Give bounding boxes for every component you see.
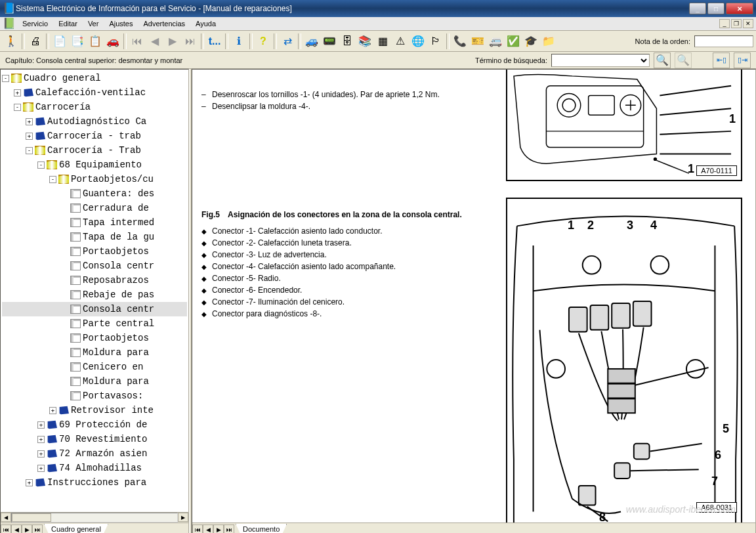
- collapse-icon[interactable]: -: [14, 104, 21, 111]
- tool-ticket-button[interactable]: 🎫: [469, 33, 486, 50]
- tree-row[interactable]: +69 Protección de: [2, 417, 187, 432]
- tree-row[interactable]: Guantera: des: [2, 186, 187, 201]
- expand-icon[interactable]: +: [37, 421, 45, 429]
- scroll-right-button[interactable]: ▶: [178, 513, 188, 522]
- indent-right-button[interactable]: ▯⇥: [734, 53, 751, 68]
- tab-next-button[interactable]: ▶: [213, 524, 224, 534]
- tool-notes-button[interactable]: 📋: [87, 33, 104, 50]
- tool-phone-button[interactable]: 📞: [452, 33, 469, 50]
- menu-editar[interactable]: Editar: [53, 18, 83, 29]
- tree-row[interactable]: -68 Equipamiento: [2, 158, 187, 172]
- maximize-button[interactable]: □: [707, 3, 724, 14]
- mdi-restore-button[interactable]: ❐: [731, 19, 742, 28]
- tree-row[interactable]: +72 Armazón asien: [2, 446, 187, 461]
- tab-cuadro-general[interactable]: Cuadro general: [44, 524, 108, 533]
- tool-info-button[interactable]: ℹ: [230, 33, 247, 50]
- tree-hscrollbar[interactable]: ◀ ▶: [1, 512, 188, 522]
- tab-next-button[interactable]: ▶: [22, 524, 32, 534]
- tool-sync-button[interactable]: ⇄: [279, 33, 296, 50]
- tree-row[interactable]: Cenicero en: [2, 360, 187, 374]
- tree-row[interactable]: +Retrovisor inte: [2, 403, 187, 417]
- tree-row[interactable]: Moldura para: [2, 374, 187, 389]
- collapse-icon[interactable]: -: [26, 147, 33, 154]
- search-term-select[interactable]: [551, 54, 650, 67]
- tree-row[interactable]: Consola centr: [2, 302, 187, 316]
- expand-icon[interactable]: +: [26, 133, 33, 140]
- search-button[interactable]: 🔍: [654, 53, 671, 68]
- tool-last-button[interactable]: ⏭: [182, 33, 199, 50]
- expand-icon[interactable]: +: [49, 407, 56, 414]
- tab-prev-button[interactable]: ◀: [203, 524, 213, 534]
- tree-row[interactable]: Cerradura de: [2, 201, 187, 215]
- tab-documento[interactable]: Documento: [236, 524, 287, 533]
- minimize-button[interactable]: _: [689, 3, 706, 14]
- order-note-input[interactable]: [694, 35, 753, 47]
- tree-row[interactable]: Reposabrazos: [2, 273, 187, 288]
- tree-row[interactable]: +Instrucciones para: [2, 475, 187, 490]
- mdi-close-button[interactable]: ✕: [743, 19, 753, 28]
- expand-icon[interactable]: +: [37, 450, 45, 458]
- tab-last-button[interactable]: ⏭: [224, 524, 234, 534]
- tab-prev-button[interactable]: ◀: [11, 524, 22, 534]
- tree-row[interactable]: +Autodiagnóstico Ca: [2, 114, 187, 129]
- tool-next-button[interactable]: ▶: [164, 33, 181, 50]
- expand-icon[interactable]: +: [14, 89, 21, 96]
- tool-copy-button[interactable]: 📑: [69, 33, 86, 50]
- tool-globe-button[interactable]: 🌐: [410, 33, 427, 50]
- scroll-thumb[interactable]: [12, 513, 51, 522]
- expand-icon[interactable]: +: [26, 479, 33, 486]
- tool-van-button[interactable]: 🚐: [487, 33, 504, 50]
- tree-row[interactable]: -Carrocería - Trab: [2, 143, 187, 158]
- indent-left-button[interactable]: ⇤▯: [713, 53, 730, 68]
- mdi-minimize-button[interactable]: _: [719, 19, 730, 28]
- tree-row[interactable]: Portaobjetos: [2, 244, 187, 259]
- tool-exit-button[interactable]: 🚶: [3, 33, 20, 50]
- tab-first-button[interactable]: ⏮: [192, 524, 203, 534]
- tool-tree-button[interactable]: t...: [206, 33, 223, 50]
- tool-folder-button[interactable]: 📁: [540, 33, 557, 50]
- tree-row[interactable]: +74 Almohadillas: [2, 461, 187, 475]
- tree-row[interactable]: Portavasos:: [2, 389, 187, 403]
- tree-row[interactable]: Moldura para: [2, 345, 187, 360]
- tool-warn-button[interactable]: ⚠: [392, 33, 409, 50]
- close-button[interactable]: ✕: [726, 3, 753, 14]
- tree-row[interactable]: Parte central: [2, 316, 187, 331]
- tree-row[interactable]: +Calefacción-ventilac: [2, 85, 187, 100]
- collapse-icon[interactable]: -: [37, 161, 45, 169]
- collapse-icon[interactable]: -: [49, 176, 56, 183]
- tree-row[interactable]: Portaobjetos: [2, 331, 187, 345]
- tool-print-button[interactable]: 🖨: [27, 33, 44, 50]
- tree-row[interactable]: -Carrocería: [2, 100, 187, 114]
- menu-servicio[interactable]: Servicio: [17, 18, 53, 29]
- collapse-icon[interactable]: -: [2, 75, 9, 82]
- menu-ayuda[interactable]: Ayuda: [190, 18, 221, 29]
- expand-icon[interactable]: +: [26, 118, 33, 125]
- tree-row[interactable]: +70 Revestimiento: [2, 432, 187, 446]
- menu-advertencias[interactable]: Advertencias: [138, 18, 190, 29]
- tab-last-button[interactable]: ⏭: [32, 524, 43, 534]
- expand-icon[interactable]: +: [37, 465, 45, 472]
- tree-row[interactable]: -Cuadro general: [2, 71, 187, 85]
- tool-check-button[interactable]: ✅: [505, 33, 522, 50]
- tree-row[interactable]: Tapa de la gu: [2, 230, 187, 244]
- tool-grid-button[interactable]: ▦: [374, 33, 391, 50]
- tool-help-button[interactable]: ?: [255, 33, 272, 50]
- menu-ver[interactable]: Ver: [83, 18, 104, 29]
- tool-db-button[interactable]: 🗄: [339, 33, 356, 50]
- tool-prev-button[interactable]: ◀: [146, 33, 163, 50]
- tree-row[interactable]: Tapa intermed: [2, 215, 187, 230]
- tab-first-button[interactable]: ⏮: [1, 524, 11, 534]
- search-next-button[interactable]: 🔍: [675, 53, 692, 68]
- tool-car2-button[interactable]: 🚙: [303, 33, 320, 50]
- tree-row[interactable]: Consola centr: [2, 259, 187, 273]
- expand-icon[interactable]: +: [37, 436, 45, 443]
- tool-first-button[interactable]: ⏮: [129, 33, 146, 50]
- tree-row[interactable]: -Portaobjetos/cu: [2, 172, 187, 186]
- tool-cap-button[interactable]: 🎓: [522, 33, 539, 50]
- tool-dash-button[interactable]: 📟: [321, 33, 338, 50]
- tool-vehicle-button[interactable]: 🚗: [104, 33, 121, 50]
- menu-ajustes[interactable]: Ajustes: [104, 18, 138, 29]
- tree-view[interactable]: -Cuadro general+Calefacción-ventilac-Car…: [1, 70, 188, 512]
- tool-flag-button[interactable]: 🏳: [427, 33, 444, 50]
- tree-row[interactable]: Rebaje de pas: [2, 288, 187, 302]
